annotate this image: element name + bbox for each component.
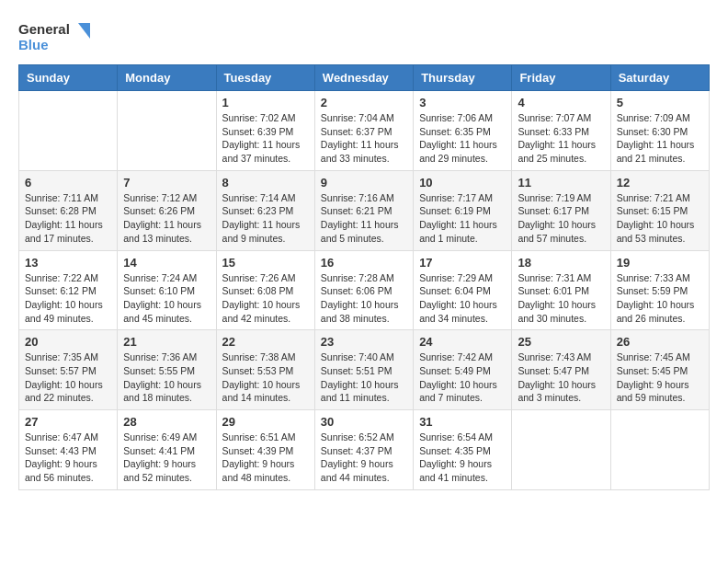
day-info: Sunrise: 6:47 AM Sunset: 4:43 PM Dayligh… — [25, 431, 111, 485]
calendar-cell: 16Sunrise: 7:28 AM Sunset: 6:06 PM Dayli… — [314, 250, 413, 330]
calendar-cell: 13Sunrise: 7:22 AM Sunset: 6:12 PM Dayli… — [19, 250, 118, 330]
calendar-cell: 14Sunrise: 7:24 AM Sunset: 6:10 PM Dayli… — [118, 250, 216, 330]
calendar-cell: 18Sunrise: 7:31 AM Sunset: 6:01 PM Dayli… — [512, 250, 610, 330]
day-number: 17 — [419, 256, 506, 270]
logo-svg: General Blue — [18, 18, 92, 55]
calendar-cell: 8Sunrise: 7:14 AM Sunset: 6:23 PM Daylig… — [216, 170, 314, 250]
day-number: 4 — [518, 96, 604, 109]
day-info: Sunrise: 7:35 AM Sunset: 5:57 PM Dayligh… — [25, 350, 111, 405]
day-number: 1 — [222, 96, 309, 109]
day-info: Sunrise: 7:28 AM Sunset: 6:06 PM Dayligh… — [321, 271, 407, 326]
calendar-cell: 28Sunrise: 6:49 AM Sunset: 4:41 PM Dayli… — [118, 410, 216, 490]
calendar-week-row: 27Sunrise: 6:47 AM Sunset: 4:43 PM Dayli… — [19, 410, 710, 490]
day-header-sunday: Sunday — [19, 65, 118, 91]
day-number: 24 — [419, 335, 506, 349]
svg-text:Blue: Blue — [18, 37, 49, 52]
calendar-cell: 5Sunrise: 7:09 AM Sunset: 6:30 PM Daylig… — [610, 91, 709, 171]
svg-text:General: General — [18, 21, 70, 37]
day-header-thursday: Thursday — [414, 65, 512, 91]
day-info: Sunrise: 7:12 AM Sunset: 6:26 PM Dayligh… — [123, 191, 210, 246]
calendar-week-row: 6Sunrise: 7:11 AM Sunset: 6:28 PM Daylig… — [19, 170, 710, 250]
day-number: 23 — [321, 335, 407, 349]
day-header-monday: Monday — [118, 65, 216, 91]
day-number: 7 — [123, 176, 210, 190]
day-info: Sunrise: 7:31 AM Sunset: 6:01 PM Dayligh… — [518, 271, 604, 326]
calendar-week-row: 1Sunrise: 7:02 AM Sunset: 6:39 PM Daylig… — [19, 91, 710, 171]
day-number: 26 — [617, 335, 703, 349]
day-number: 5 — [617, 96, 703, 109]
calendar-cell: 1Sunrise: 7:02 AM Sunset: 6:39 PM Daylig… — [216, 91, 314, 171]
day-info: Sunrise: 7:24 AM Sunset: 6:10 PM Dayligh… — [123, 271, 210, 326]
day-number: 28 — [123, 415, 210, 429]
day-info: Sunrise: 6:54 AM Sunset: 4:35 PM Dayligh… — [419, 431, 506, 485]
day-number: 3 — [419, 96, 506, 109]
day-number: 2 — [321, 96, 407, 109]
calendar-week-row: 13Sunrise: 7:22 AM Sunset: 6:12 PM Dayli… — [19, 250, 710, 330]
day-number: 22 — [222, 335, 309, 349]
calendar-cell: 27Sunrise: 6:47 AM Sunset: 4:43 PM Dayli… — [19, 410, 118, 490]
day-number: 13 — [25, 256, 111, 270]
day-info: Sunrise: 6:51 AM Sunset: 4:39 PM Dayligh… — [222, 431, 309, 485]
calendar-cell: 10Sunrise: 7:17 AM Sunset: 6:19 PM Dayli… — [414, 170, 512, 250]
calendar: SundayMondayTuesdayWednesdayThursdayFrid… — [18, 64, 710, 490]
calendar-cell — [19, 91, 118, 171]
day-number: 29 — [222, 415, 309, 429]
day-number: 18 — [518, 256, 604, 270]
header: General Blue — [18, 18, 710, 55]
day-header-friday: Friday — [512, 65, 610, 91]
calendar-cell: 19Sunrise: 7:33 AM Sunset: 5:59 PM Dayli… — [610, 250, 709, 330]
day-number: 14 — [123, 256, 210, 270]
day-number: 19 — [617, 256, 703, 270]
calendar-cell — [512, 410, 610, 490]
day-number: 6 — [25, 176, 111, 190]
calendar-cell: 23Sunrise: 7:40 AM Sunset: 5:51 PM Dayli… — [314, 330, 413, 410]
day-info: Sunrise: 7:38 AM Sunset: 5:53 PM Dayligh… — [222, 350, 309, 405]
day-info: Sunrise: 7:02 AM Sunset: 6:39 PM Dayligh… — [222, 111, 309, 166]
calendar-header-row: SundayMondayTuesdayWednesdayThursdayFrid… — [19, 65, 710, 91]
calendar-cell: 3Sunrise: 7:06 AM Sunset: 6:35 PM Daylig… — [414, 91, 512, 171]
day-info: Sunrise: 7:26 AM Sunset: 6:08 PM Dayligh… — [222, 271, 309, 326]
calendar-cell — [118, 91, 216, 171]
day-info: Sunrise: 7:40 AM Sunset: 5:51 PM Dayligh… — [321, 350, 407, 405]
day-info: Sunrise: 7:17 AM Sunset: 6:19 PM Dayligh… — [419, 191, 506, 246]
day-info: Sunrise: 7:42 AM Sunset: 5:49 PM Dayligh… — [419, 350, 506, 405]
calendar-cell: 21Sunrise: 7:36 AM Sunset: 5:55 PM Dayli… — [118, 330, 216, 410]
day-number: 31 — [419, 415, 506, 429]
day-info: Sunrise: 7:33 AM Sunset: 5:59 PM Dayligh… — [617, 271, 703, 326]
calendar-cell: 12Sunrise: 7:21 AM Sunset: 6:15 PM Dayli… — [610, 170, 709, 250]
calendar-cell: 11Sunrise: 7:19 AM Sunset: 6:17 PM Dayli… — [512, 170, 610, 250]
day-number: 27 — [25, 415, 111, 429]
day-info: Sunrise: 7:14 AM Sunset: 6:23 PM Dayligh… — [222, 191, 309, 246]
day-number: 30 — [321, 415, 407, 429]
day-info: Sunrise: 7:36 AM Sunset: 5:55 PM Dayligh… — [123, 350, 210, 405]
calendar-cell: 26Sunrise: 7:45 AM Sunset: 5:45 PM Dayli… — [610, 330, 709, 410]
day-header-saturday: Saturday — [610, 65, 709, 91]
day-number: 9 — [321, 176, 407, 190]
day-number: 15 — [222, 256, 309, 270]
day-header-wednesday: Wednesday — [314, 65, 413, 91]
calendar-cell: 30Sunrise: 6:52 AM Sunset: 4:37 PM Dayli… — [314, 410, 413, 490]
calendar-cell: 24Sunrise: 7:42 AM Sunset: 5:49 PM Dayli… — [414, 330, 512, 410]
day-info: Sunrise: 7:19 AM Sunset: 6:17 PM Dayligh… — [518, 191, 604, 246]
day-info: Sunrise: 7:04 AM Sunset: 6:37 PM Dayligh… — [321, 111, 407, 166]
calendar-week-row: 20Sunrise: 7:35 AM Sunset: 5:57 PM Dayli… — [19, 330, 710, 410]
calendar-cell: 31Sunrise: 6:54 AM Sunset: 4:35 PM Dayli… — [414, 410, 512, 490]
calendar-cell — [610, 410, 709, 490]
calendar-cell: 6Sunrise: 7:11 AM Sunset: 6:28 PM Daylig… — [19, 170, 118, 250]
day-number: 10 — [419, 176, 506, 190]
calendar-cell: 2Sunrise: 7:04 AM Sunset: 6:37 PM Daylig… — [314, 91, 413, 171]
calendar-cell: 4Sunrise: 7:07 AM Sunset: 6:33 PM Daylig… — [512, 91, 610, 171]
day-info: Sunrise: 7:06 AM Sunset: 6:35 PM Dayligh… — [419, 111, 506, 166]
calendar-cell: 7Sunrise: 7:12 AM Sunset: 6:26 PM Daylig… — [118, 170, 216, 250]
day-info: Sunrise: 6:52 AM Sunset: 4:37 PM Dayligh… — [321, 431, 407, 485]
calendar-cell: 9Sunrise: 7:16 AM Sunset: 6:21 PM Daylig… — [314, 170, 413, 250]
calendar-cell: 17Sunrise: 7:29 AM Sunset: 6:04 PM Dayli… — [414, 250, 512, 330]
calendar-cell: 25Sunrise: 7:43 AM Sunset: 5:47 PM Dayli… — [512, 330, 610, 410]
day-header-tuesday: Tuesday — [216, 65, 314, 91]
day-info: Sunrise: 7:43 AM Sunset: 5:47 PM Dayligh… — [518, 350, 604, 405]
day-number: 25 — [518, 335, 604, 349]
day-number: 11 — [518, 176, 604, 190]
day-number: 8 — [222, 176, 309, 190]
day-info: Sunrise: 7:21 AM Sunset: 6:15 PM Dayligh… — [617, 191, 703, 246]
day-info: Sunrise: 7:16 AM Sunset: 6:21 PM Dayligh… — [321, 191, 407, 246]
